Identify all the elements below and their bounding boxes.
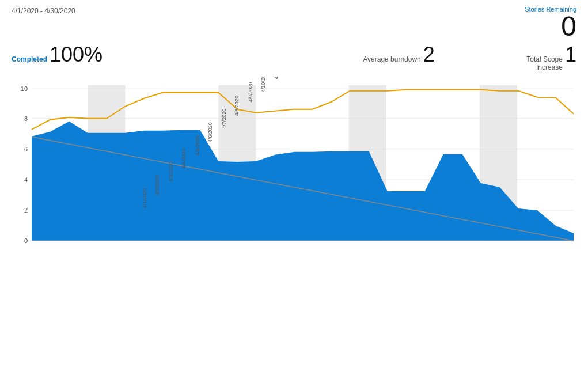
svg-text:4/8/2020: 4/8/2020 [234,96,240,116]
stories-remaining-value: 0 [525,13,576,40]
burndown-chart: 10 8 6 4 2 0 [12,77,576,382]
sprint-burndown-container: 4/1/2020 - 4/30/2020 Stories Remaining 0… [0,0,588,383]
total-scope-metric: Total Scope Increase 1 [511,43,576,72]
svg-text:4: 4 [24,176,28,183]
svg-text:4/4/2020: 4/4/2020 [181,149,187,169]
svg-text:4/6/2020: 4/6/2020 [207,122,213,142]
chart-area: 10 8 6 4 2 0 [12,77,576,382]
avg-burndown-label: Average burndown [363,55,421,63]
svg-text:0: 0 [24,237,28,244]
stories-remaining-widget: Stories Remaining 0 [525,6,576,40]
svg-text:2: 2 [24,207,28,214]
completed-value: 100% [50,43,103,67]
completed-label: Completed [12,55,47,63]
avg-burndown-metric: Average burndown 2 [363,43,435,67]
svg-text:4/7/2020: 4/7/2020 [221,109,227,129]
svg-text:4/3/2020: 4/3/2020 [168,162,174,182]
svg-text:4/1/2020: 4/1/2020 [142,188,147,208]
svg-text:4/5/2020: 4/5/2020 [195,135,200,156]
svg-text:10: 10 [21,85,28,92]
total-scope-value: 1 [565,43,576,67]
svg-text:4/11/2020: 4/11/2020 [274,77,279,79]
date-range: 4/1/2020 - 4/30/2020 [12,6,75,15]
header-row: 4/1/2020 - 4/30/2020 Stories Remaining 0 [12,6,576,40]
svg-text:6: 6 [24,146,28,153]
total-scope-label: Total Scope Increase [511,55,563,72]
svg-text:8: 8 [24,115,28,122]
svg-text:4/9/2020: 4/9/2020 [248,82,253,103]
svg-text:4/2/2020: 4/2/2020 [154,175,160,195]
avg-burndown-value: 2 [423,43,435,67]
svg-text:4/10/2020: 4/10/2020 [260,77,266,92]
metrics-row: Completed 100% Average burndown 2 Total … [12,43,576,72]
completed-metric: Completed 100% [12,43,103,67]
